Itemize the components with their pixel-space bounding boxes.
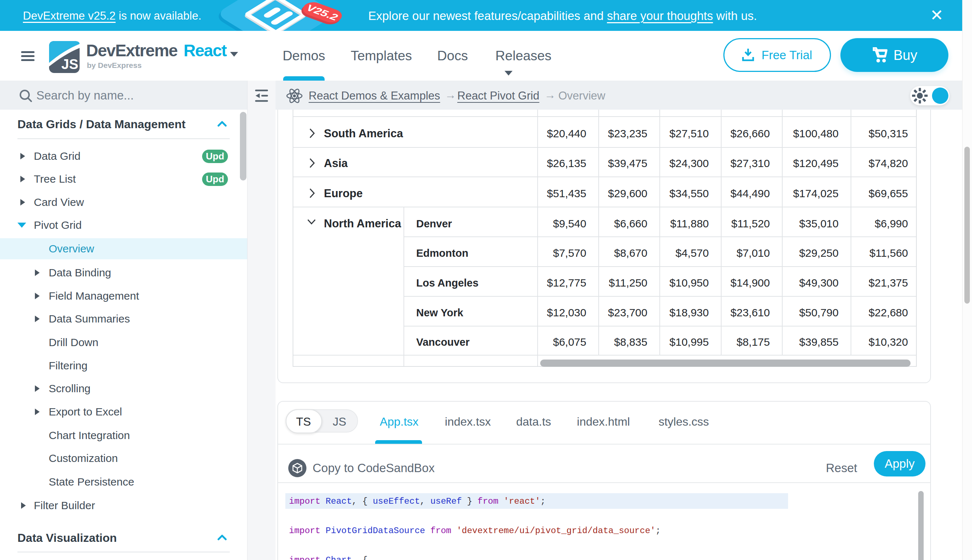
svg-text:JS: JS bbox=[62, 57, 78, 72]
